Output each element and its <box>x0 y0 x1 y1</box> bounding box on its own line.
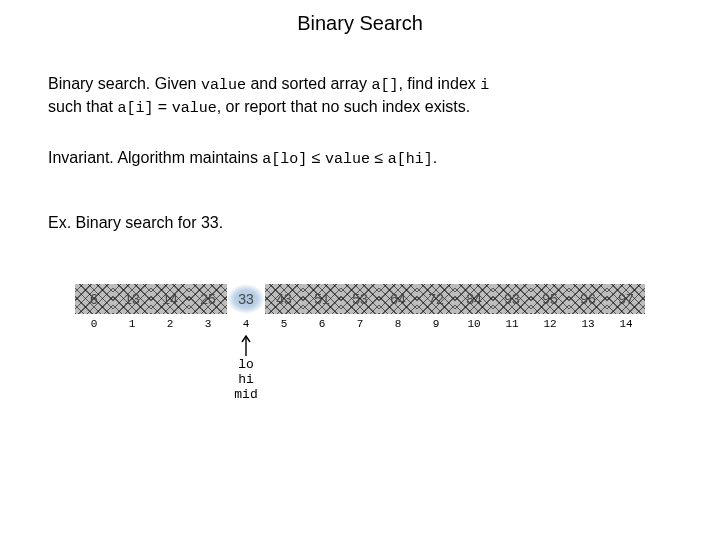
array-value: 25 <box>200 291 216 307</box>
array-value: 53 <box>352 291 368 307</box>
array-index: 8 <box>379 318 417 330</box>
code-alo: a[lo] <box>262 151 307 168</box>
t: Given <box>150 75 201 92</box>
array-index: 10 <box>455 318 493 330</box>
array-cell: 64 <box>379 284 417 314</box>
array-cell: 53 <box>341 284 379 314</box>
array-index: 9 <box>417 318 455 330</box>
array-value: 96 <box>580 291 596 307</box>
array-value: 14 <box>162 291 178 307</box>
paragraph-invariant: Invariant. Algorithm maintains a[lo] ≤ v… <box>48 147 672 170</box>
array-index: 11 <box>493 318 531 330</box>
page-title: Binary Search <box>0 0 720 35</box>
code-value: value <box>172 100 217 117</box>
array-cell: 97 <box>607 284 645 314</box>
pointer-label: mid <box>228 388 264 403</box>
array-cell: 14 <box>151 284 189 314</box>
le: ≤ <box>307 149 325 166</box>
t: , or report that no such index exists. <box>217 98 470 115</box>
pointer-label: lo <box>228 358 264 373</box>
array-cell: 6 <box>75 284 113 314</box>
paragraph-definition: Binary search. Given value and sorted ar… <box>48 73 672 119</box>
le: ≤ <box>370 149 388 166</box>
array-cell: 43 <box>265 284 303 314</box>
array-cell: 96 <box>569 284 607 314</box>
array-index: 4 <box>227 318 265 330</box>
code-ahi: a[hi] <box>388 151 433 168</box>
lead: Binary search. <box>48 75 150 92</box>
array-row: 61314253343515364728493959697 <box>75 284 720 314</box>
code-value: value <box>325 151 370 168</box>
lead: Invariant. <box>48 149 114 166</box>
array-value: 93 <box>504 291 520 307</box>
code-i: i <box>480 77 489 94</box>
array-value: 64 <box>390 291 406 307</box>
array-value: 51 <box>314 291 330 307</box>
array-index: 7 <box>341 318 379 330</box>
array-index: 14 <box>607 318 645 330</box>
array-value: 97 <box>618 291 634 307</box>
array-index: 3 <box>189 318 227 330</box>
array-index: 13 <box>569 318 607 330</box>
array-value: 72 <box>428 291 444 307</box>
index-row: 01234567891011121314 <box>75 318 720 330</box>
array-index: 0 <box>75 318 113 330</box>
array-cell: 93 <box>493 284 531 314</box>
array-cell: 33 <box>227 284 265 314</box>
t: and sorted array <box>246 75 371 92</box>
code-value: value <box>201 77 246 94</box>
dot: . <box>433 149 437 166</box>
paragraph-example: Ex. Binary search for 33. <box>48 212 672 234</box>
array-value: 43 <box>276 291 292 307</box>
array-value: 6 <box>90 291 98 307</box>
array-cell: 51 <box>303 284 341 314</box>
array-value: 13 <box>124 291 140 307</box>
array-index: 6 <box>303 318 341 330</box>
lead: Ex. <box>48 214 71 231</box>
t: = <box>153 98 171 115</box>
array-value: 95 <box>542 291 558 307</box>
array-cell: 72 <box>417 284 455 314</box>
array-index: 2 <box>151 318 189 330</box>
array-cell: 95 <box>531 284 569 314</box>
array-index: 5 <box>265 318 303 330</box>
pointer-block: lohimid <box>228 334 264 403</box>
pointer-label: hi <box>228 373 264 388</box>
arrow-up-icon <box>240 334 252 356</box>
code-array: a[] <box>371 77 398 94</box>
array-cell: 13 <box>113 284 151 314</box>
array-index: 12 <box>531 318 569 330</box>
array-cell: 25 <box>189 284 227 314</box>
t: , find index <box>398 75 480 92</box>
array-value: 84 <box>466 291 482 307</box>
t: Algorithm maintains <box>114 149 263 166</box>
array-value: 33 <box>238 291 254 307</box>
t: Binary search for 33. <box>71 214 223 231</box>
array-cell: 84 <box>455 284 493 314</box>
array-visual: 61314253343515364728493959697 0123456789… <box>75 284 720 330</box>
code-ai: a[i] <box>117 100 153 117</box>
t: such that <box>48 98 117 115</box>
array-index: 1 <box>113 318 151 330</box>
